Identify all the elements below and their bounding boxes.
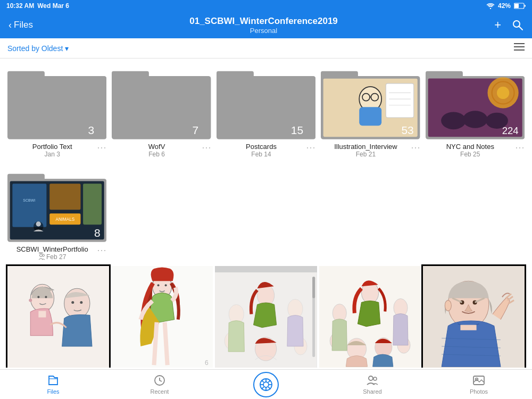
svg-point-59 bbox=[37, 296, 39, 298]
folder-more-button[interactable]: ⋯ bbox=[306, 142, 315, 153]
svg-point-110 bbox=[373, 377, 377, 380]
folder-wofv[interactable]: 7 WofV Feb 6 ⋯ bbox=[112, 64, 211, 158]
sort-button[interactable]: Sorted by Oldest ▾ bbox=[7, 44, 69, 53]
tab-photos[interactable]: Photos bbox=[426, 374, 532, 395]
svg-line-4 bbox=[519, 27, 522, 30]
folder-more-button[interactable]: ⋯ bbox=[202, 142, 211, 153]
battery-display: 42% bbox=[498, 2, 511, 10]
photo-sketch-1 bbox=[7, 266, 109, 368]
back-label: Files bbox=[14, 20, 33, 30]
time-display: 10:32 AM bbox=[6, 2, 34, 10]
plain-folder-svg-2: 7 bbox=[112, 64, 211, 140]
folder-info-wofv: WofV Feb 6 bbox=[112, 140, 201, 158]
svg-point-36 bbox=[441, 112, 466, 130]
folder-thumb-postcards: 15 bbox=[217, 64, 315, 140]
search-icon[interactable] bbox=[512, 19, 523, 31]
tab-shared[interactable]: Shared bbox=[319, 374, 426, 395]
folder-thumb-illustration: 53 bbox=[321, 64, 420, 140]
folder-scbwi-winter[interactable]: SCBWI ANIMALS 8 S bbox=[7, 167, 106, 261]
sort-chevron-icon: ▾ bbox=[65, 44, 69, 53]
folder-more-button[interactable]: ⋯ bbox=[97, 142, 106, 153]
svg-rect-2 bbox=[514, 4, 519, 8]
photo-sketch-3 bbox=[215, 266, 317, 368]
svg-text:15: 15 bbox=[291, 124, 303, 136]
add-button[interactable]: + bbox=[494, 18, 501, 32]
svg-point-35 bbox=[497, 87, 509, 99]
folder-name: NYC and Notes bbox=[446, 143, 494, 151]
folder-name: WofV bbox=[148, 143, 165, 151]
svg-point-65 bbox=[157, 284, 160, 286]
shared-people-icon bbox=[38, 253, 45, 260]
files-tab-icon bbox=[47, 374, 60, 387]
folder-more-button[interactable]: ⋯ bbox=[411, 142, 420, 153]
folder-thumb-nyc: 224 bbox=[426, 64, 525, 140]
folder-postcards[interactable]: 15 Postcards Feb 14 ⋯ bbox=[217, 64, 315, 158]
folder-date-row: Feb 27 bbox=[38, 253, 66, 261]
toolbar: Sorted by Oldest ▾ bbox=[0, 38, 532, 59]
plain-folder-svg: 3 bbox=[7, 64, 106, 140]
photo-item-4[interactable] bbox=[319, 266, 421, 368]
shared-tab-icon bbox=[366, 374, 379, 387]
menu-lines-icon bbox=[514, 43, 525, 51]
photo-item-1[interactable] bbox=[7, 266, 109, 368]
folder-portfolio-text[interactable]: 3 Portfolio Text Jan 3 ⋯ bbox=[7, 64, 106, 158]
svg-point-60 bbox=[45, 296, 47, 298]
svg-point-50 bbox=[36, 221, 41, 226]
photo-item-5[interactable] bbox=[423, 266, 525, 368]
folder-info-scbwi: SCBWI_WinterPortfolio Feb 27 bbox=[7, 243, 97, 261]
view-menu-button[interactable] bbox=[514, 43, 525, 54]
svg-rect-48 bbox=[83, 184, 102, 225]
status-icons: 42% bbox=[486, 2, 526, 10]
svg-point-62 bbox=[80, 301, 82, 303]
camera-button[interactable] bbox=[253, 372, 279, 397]
svg-point-57 bbox=[29, 298, 32, 302]
photos-tab-icon bbox=[472, 374, 485, 387]
svg-rect-76 bbox=[313, 277, 315, 298]
svg-text:7: 7 bbox=[193, 124, 199, 136]
folder-date: Feb 27 bbox=[46, 253, 66, 261]
svg-rect-91 bbox=[460, 325, 476, 330]
folder-thumb-scbwi: SCBWI ANIMALS 8 bbox=[7, 167, 106, 243]
svg-text:8: 8 bbox=[94, 227, 101, 239]
back-button[interactable]: ‹ Files bbox=[9, 20, 33, 31]
sort-label-text: Sorted by Oldest bbox=[7, 44, 63, 53]
folder-grid: 3 Portfolio Text Jan 3 ⋯ 7 bbox=[7, 64, 525, 158]
tab-bar: Files Recent bbox=[0, 369, 532, 399]
folder-date: Jan 3 bbox=[45, 151, 60, 158]
folder-info-portfolio: Portfolio Text Jan 3 bbox=[7, 140, 97, 158]
photo-item-3[interactable] bbox=[215, 266, 317, 368]
scbwi-folder-svg: SCBWI ANIMALS 8 bbox=[7, 167, 106, 243]
date-display: Wed Mar 6 bbox=[37, 2, 69, 10]
svg-point-94 bbox=[445, 300, 451, 311]
tab-files-label: Files bbox=[47, 388, 59, 395]
svg-rect-31 bbox=[426, 71, 463, 80]
folder-subtitle: Personal bbox=[189, 27, 338, 35]
photo-item-2[interactable]: 6 bbox=[111, 266, 213, 368]
svg-text:ANIMALS: ANIMALS bbox=[55, 217, 74, 222]
svg-rect-54 bbox=[7, 266, 109, 368]
folder-date: Feb 14 bbox=[251, 151, 271, 158]
content-area: 3 Portfolio Text Jan 3 ⋯ 7 bbox=[0, 59, 532, 368]
tab-camera-wrap bbox=[213, 372, 319, 397]
folder-info-illustration: Illustration_Interview Feb 21 bbox=[321, 140, 410, 158]
tab-photos-label: Photos bbox=[470, 388, 488, 395]
svg-rect-45 bbox=[49, 184, 80, 210]
svg-point-109 bbox=[369, 376, 373, 380]
folder-name: Illustration_Interview bbox=[334, 143, 397, 151]
folder-nyc-notes[interactable]: 224 NYC and Notes Feb 25 ⋯ bbox=[426, 64, 525, 158]
folder-more-button[interactable]: ⋯ bbox=[515, 142, 525, 153]
folder-date: Feb 6 bbox=[148, 151, 165, 158]
nav-bar: ‹ Files 01_SCBWI_WinterConference2019 Pe… bbox=[0, 12, 532, 38]
svg-text:6: 6 bbox=[205, 359, 209, 367]
plain-folder-svg-3: 15 bbox=[217, 64, 315, 140]
svg-point-100 bbox=[263, 382, 269, 387]
folder-more-button[interactable]: ⋯ bbox=[97, 244, 106, 256]
recent-tab-icon bbox=[153, 374, 166, 387]
tab-files[interactable]: Files bbox=[0, 374, 106, 395]
folder-title: 01_SCBWI_WinterConference2019 bbox=[189, 16, 338, 27]
svg-rect-56 bbox=[38, 311, 46, 317]
folder-illustration-interview[interactable]: 53 Illustration_Interview Feb 21 ⋯ bbox=[321, 64, 420, 158]
tab-recent[interactable]: Recent bbox=[106, 374, 213, 395]
folder-thumb-portfolio: 3 bbox=[7, 64, 106, 140]
status-bar: 10:32 AM Wed Mar 6 42% bbox=[0, 0, 532, 12]
